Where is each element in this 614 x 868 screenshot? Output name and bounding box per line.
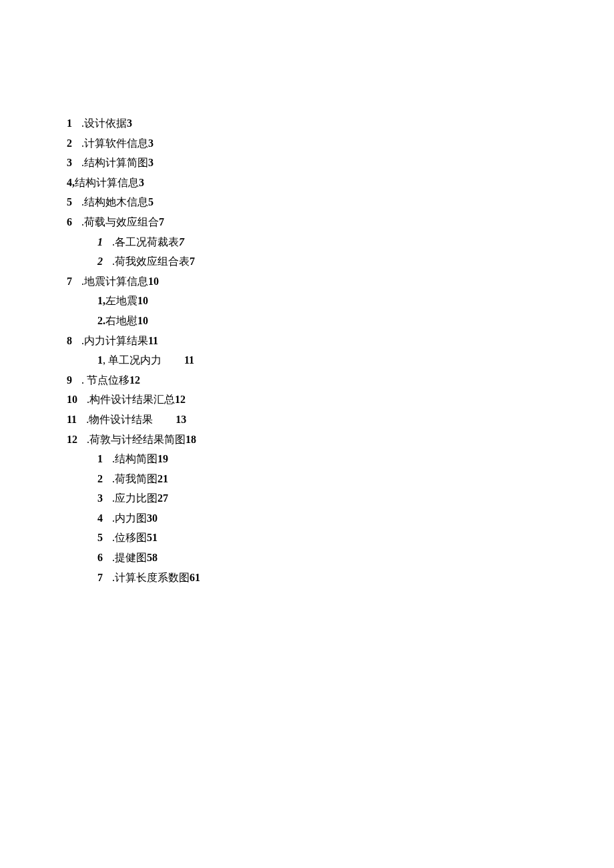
toc-number: 6 [97,548,103,568]
toc-label: 左地震 [105,295,137,306]
toc-number: 7 [97,568,103,588]
toc-number: 1 [67,113,72,133]
toc-page: 19 [158,453,168,464]
toc-page: 10 [137,295,148,306]
toc-label: 应力比图 [115,492,158,504]
toc-number: 1 [97,449,103,469]
toc-entry: 2.荷我简图21 [97,469,547,489]
toc-label: 节点位移 [87,374,129,386]
toc-page: 11 [148,335,158,346]
toc-label: 荷载与效应组合 [84,216,159,228]
toc-label: 右地慰 [105,315,137,326]
toc-number: 2 [97,252,103,272]
toc-separator: . [81,374,87,386]
toc-label: 荷敦与计经结果简图 [89,434,186,445]
toc-number: 3 [97,488,103,508]
toc-page: 10 [148,276,159,287]
toc-page: 7 [179,236,184,248]
toc-page: 18 [186,434,196,445]
toc-entry: 5.位移图51 [97,528,547,548]
toc-number: 5 [67,192,72,212]
toc-page: 12 [175,394,186,405]
toc-entry: 3.结构计算简图3 [67,153,547,173]
toc-page: 30 [147,512,158,524]
table-of-contents: 1.设计依据32.计算软件信息33.结构计算简图34,结构计算信息35.结构她木… [67,113,547,587]
toc-entry: 5.结构她木信息5 [67,192,547,212]
toc-label: 位移图 [115,532,147,543]
toc-entry: 2.右地慰10 [97,311,547,331]
toc-page: 58 [147,552,158,563]
toc-label: 荷我简图 [115,473,158,484]
toc-number: 2 [67,133,72,153]
toc-page: 13 [176,414,186,425]
toc-label: 荷我效应组合表 [115,256,190,267]
toc-number: 9 [67,370,72,390]
toc-entry: 9. 节点位移12 [67,370,547,390]
toc-label: 结构简图 [115,453,158,464]
toc-entry: 7.计算长度系数图61 [97,568,547,588]
toc-number: 4 [97,508,103,528]
toc-page: 51 [147,532,158,543]
toc-entry: 11.物件设计结果13 [67,410,547,430]
toc-entry: 3.应力比图27 [97,488,547,508]
toc-entry: 1.结构简图19 [97,449,547,469]
toc-page: 3 [139,177,144,188]
toc-label: 提健图 [115,552,147,563]
toc-number: 7 [67,272,72,292]
toc-page: 3 [148,157,154,168]
toc-page: 7 [159,216,164,228]
toc-number: 11 [67,410,77,430]
toc-label: 内力图 [115,512,147,524]
toc-page: 27 [158,492,168,504]
toc-page: 7 [190,256,195,267]
toc-number: 10 [67,390,77,410]
toc-label: 设计依据 [84,117,127,129]
toc-label: 内力计算结果 [84,335,148,346]
toc-number: 12 [67,430,77,450]
toc-entry: 1,左地震10 [97,291,547,311]
toc-entry: 2.荷我效应组合表7 [97,252,547,272]
toc-entry: 6.提健图58 [97,548,547,568]
toc-label: 各工况荷裁表 [115,236,179,248]
toc-entry: 7.地震计算信息10 [67,272,547,292]
toc-label: 计算长度系数图 [115,572,190,583]
toc-page: 5 [148,196,154,207]
toc-label: 结构她木信息 [84,196,148,207]
toc-entry: 6.荷载与效应组合7 [67,212,547,232]
toc-number: 1 [97,232,103,252]
toc-entry: 10.构件设计结果汇总12 [67,390,547,410]
toc-page: 12 [129,374,140,386]
toc-number: 1, [97,291,105,311]
toc-label: 物件设计结果 [89,414,153,425]
toc-entry: 2.计算软件信息3 [67,133,547,153]
toc-label: 地震计算信息 [84,276,148,287]
toc-label: 结构计算简图 [84,157,148,168]
toc-page: 3 [127,117,132,129]
toc-entry: 4.内力图30 [97,508,547,528]
toc-entry: 12.荷敦与计经结果简图18 [67,430,547,450]
toc-page: 21 [158,473,168,484]
toc-page: 3 [148,137,154,149]
toc-number: 4, [67,173,75,193]
toc-number: 5 [97,528,103,548]
toc-page: 11 [184,354,194,366]
toc-number: 3 [67,153,72,173]
toc-number: 6 [67,212,72,232]
toc-page: 10 [137,315,148,326]
toc-number: 2 [97,469,103,489]
toc-number: 8 [67,331,72,351]
toc-separator: , [103,354,108,366]
toc-label: 单工况内力 [108,354,162,366]
toc-entry: 1.设计依据3 [67,113,547,133]
toc-page: 61 [190,572,200,583]
toc-label: 结构计算信息 [75,177,139,188]
toc-entry: 8.内力计算结果11 [67,331,547,351]
toc-entry: 4,结构计算信息3 [67,173,547,193]
toc-label: 构件设计结果汇总 [89,394,175,405]
toc-number: 2. [97,311,105,331]
toc-number: 1 [97,350,103,370]
toc-label: 计算软件信息 [84,137,148,149]
toc-entry: 1, 单工况内力11 [97,350,547,370]
toc-entry: 1.各工况荷裁表7 [97,232,547,252]
